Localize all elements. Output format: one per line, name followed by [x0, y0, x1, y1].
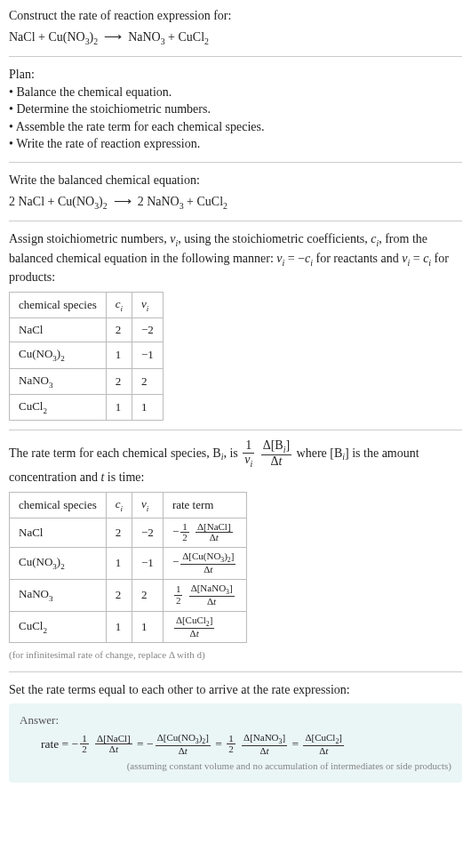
- cell-c: 1: [106, 547, 132, 579]
- stoich-table: chemical species ci νi NaCl 2 −2 Cu(NO3)…: [9, 292, 164, 421]
- cell-v: −2: [132, 318, 164, 342]
- rate-term-table: chemical species ci νi rate term NaCl 2 …: [9, 492, 247, 644]
- plan-item: Determine the stoichiometric numbers.: [9, 100, 462, 118]
- answer-box: Answer: rate = −12 Δ[NaCl]Δt = −Δ[Cu(NO3…: [9, 703, 462, 782]
- balanced-heading: Write the balanced chemical equation:: [9, 172, 462, 189]
- rate-term-section: The rate term for each chemical species,…: [9, 439, 462, 663]
- cell-c: 1: [106, 394, 132, 420]
- divider: [9, 221, 462, 221]
- cell-species: CuCl2: [10, 611, 107, 643]
- cell-c: 2: [106, 579, 132, 611]
- table-row: NaCl 2 −2 −12 Δ[NaCl]Δt: [10, 518, 247, 547]
- cell-v: 2: [132, 368, 164, 394]
- answer-label: Answer:: [20, 712, 451, 728]
- plan-list: Balance the chemical equation. Determine…: [9, 84, 462, 153]
- balanced-equation: 2 NaCl + Cu(NO3)2 ⟶ 2 NaNO3 + CuCl2: [9, 193, 462, 213]
- rate-expression: rate = −12 Δ[NaCl]Δt = −Δ[Cu(NO3)2]Δt = …: [41, 733, 451, 757]
- col-v: νi: [132, 492, 164, 518]
- cell-v: −2: [132, 518, 164, 547]
- col-v: νi: [132, 292, 164, 317]
- cell-rate-term: −Δ[Cu(NO3)2]Δt: [163, 547, 247, 579]
- col-rate-term: rate term: [163, 492, 247, 518]
- cell-rate-term: 12 Δ[NaNO3]Δt: [163, 579, 247, 611]
- unbalanced-equation: NaCl + Cu(NO3)2 ⟶ NaNO3 + CuCl2: [9, 28, 462, 48]
- assumption-note: (assuming constant volume and no accumul…: [20, 760, 451, 773]
- cell-c: 2: [106, 368, 132, 394]
- col-species: chemical species: [10, 292, 107, 317]
- divider: [9, 671, 462, 672]
- cell-c: 2: [106, 518, 132, 547]
- assign-section: Assign stoichiometric numbers, νi, using…: [9, 230, 462, 421]
- cell-species: NaNO3: [10, 368, 107, 394]
- plan-item: Assemble the rate term for each chemical…: [9, 118, 462, 136]
- col-c: ci: [106, 292, 132, 317]
- cell-species: NaCl: [10, 318, 107, 342]
- cell-species: Cu(NO3)2: [10, 547, 107, 579]
- assign-text: Assign stoichiometric numbers, νi, using…: [9, 230, 462, 286]
- plan-heading: Plan:: [9, 66, 462, 84]
- cell-species: NaCl: [10, 518, 107, 547]
- rate-term-intro: The rate term for each chemical species,…: [9, 439, 462, 486]
- intro-section: Construct the rate of reaction expressio…: [9, 7, 462, 47]
- cell-c: 2: [106, 318, 132, 342]
- plan-item: Write the rate of reaction expression.: [9, 135, 462, 153]
- final-heading: Set the rate terms equal to each other t…: [9, 681, 462, 699]
- plan-item: Balance the chemical equation.: [9, 84, 462, 101]
- balanced-section: Write the balanced chemical equation: 2 …: [9, 172, 462, 212]
- final-section: Set the rate terms equal to each other t…: [9, 681, 462, 783]
- divider: [9, 430, 462, 430]
- table-row: CuCl2 1 1: [10, 394, 164, 420]
- cell-c: 1: [106, 342, 132, 368]
- col-c: ci: [106, 492, 132, 518]
- col-species: chemical species: [10, 492, 107, 518]
- cell-rate-term: −12 Δ[NaCl]Δt: [163, 518, 247, 547]
- cell-species: Cu(NO3)2: [10, 342, 107, 368]
- table-row: CuCl2 1 1 Δ[CuCl2]Δt: [10, 611, 247, 643]
- cell-rate-term: Δ[CuCl2]Δt: [163, 611, 247, 643]
- plan-section: Plan: Balance the chemical equation. Det…: [9, 66, 462, 153]
- cell-v: −1: [132, 547, 164, 579]
- table-row: Cu(NO3)2 1 −1 −Δ[Cu(NO3)2]Δt: [10, 547, 247, 579]
- cell-v: 1: [132, 611, 164, 643]
- table-header-row: chemical species ci νi rate term: [10, 492, 247, 518]
- table-row: Cu(NO3)2 1 −1: [10, 342, 164, 368]
- cell-v: 2: [132, 579, 164, 611]
- cell-v: 1: [132, 394, 164, 420]
- divider: [9, 56, 462, 57]
- infinitesimal-note: (for infinitesimal rate of change, repla…: [9, 648, 462, 662]
- cell-v: −1: [132, 342, 164, 368]
- cell-c: 1: [106, 611, 132, 643]
- table-row: NaCl 2 −2: [10, 318, 164, 342]
- table-row: NaNO3 2 2 12 Δ[NaNO3]Δt: [10, 579, 247, 611]
- table-row: NaNO3 2 2: [10, 368, 164, 394]
- cell-species: NaNO3: [10, 579, 107, 611]
- intro-prompt: Construct the rate of reaction expressio…: [9, 7, 462, 25]
- table-header-row: chemical species ci νi: [10, 292, 164, 317]
- divider: [9, 162, 462, 163]
- cell-species: CuCl2: [10, 394, 107, 420]
